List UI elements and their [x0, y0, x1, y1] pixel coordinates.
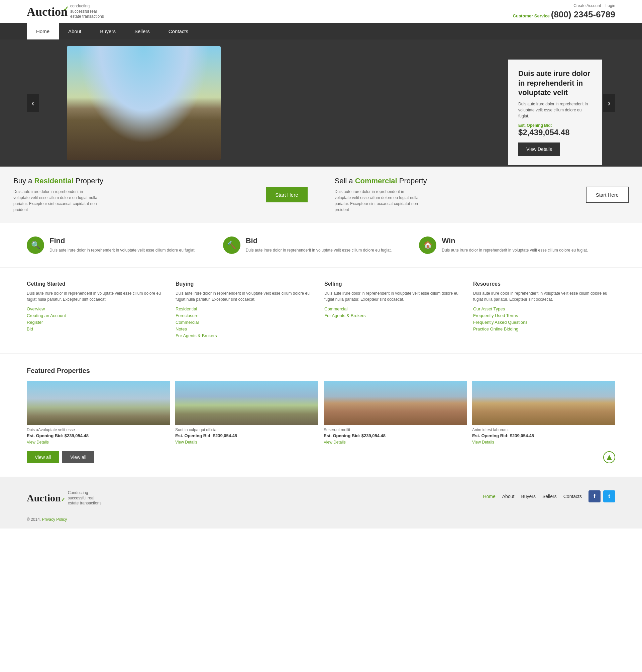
feature-bid: 🔨 Bid Duis aute irure dolor in reprehend…: [223, 237, 419, 254]
logo: Auction✓: [27, 5, 67, 19]
footer-nav: Home About Buyers Sellers Contacts f t: [483, 490, 615, 503]
login-link[interactable]: Login: [605, 3, 615, 8]
property-3-link[interactable]: View Details: [324, 440, 346, 445]
footer-logo: Auction✓ Conducting successful real esta…: [27, 490, 105, 506]
link-bid[interactable]: Bid: [27, 327, 169, 331]
view-all-green-button[interactable]: View all: [27, 451, 59, 463]
feature-find-desc: Duis aute irure dolor in reprehenderit i…: [50, 247, 196, 253]
property-card-1: Duis aAvoluptate velit esse Est. Opening…: [27, 381, 170, 445]
footer-copyright: © 2014.: [27, 517, 41, 522]
link-agents-brokers-buy[interactable]: For Agents & Brokers: [176, 333, 318, 338]
info-col-resources-desc: Duis aute irure dolor in reprehenderit i…: [473, 290, 615, 302]
property-2-link[interactable]: View Details: [175, 440, 197, 445]
scroll-top-button[interactable]: ▲: [603, 451, 615, 463]
property-card-2: Sunt in culpa qui officia Est. Opening B…: [175, 381, 318, 445]
property-3-bid: Est. Opening Bid: $239,054.48: [324, 433, 467, 438]
property-3-desc: Seserunt mollit: [324, 428, 467, 432]
property-image-4: [472, 381, 615, 425]
link-faq[interactable]: Frequently Asked Questions: [473, 320, 615, 325]
property-1-desc: Duis aAvoluptate velit esse: [27, 428, 170, 432]
view-all-dark-button[interactable]: View all: [62, 451, 94, 463]
property-card-3: Seserunt mollit Est. Opening Bid: $239,0…: [324, 381, 467, 445]
feature-win-title: Win: [442, 237, 588, 245]
feature-win: 🏠 Win Duis aute irure dolor in reprehend…: [419, 237, 615, 254]
customer-service: Customer Service (800) 2345-6789: [513, 9, 615, 20]
featured-title: Featured Properties: [27, 367, 615, 375]
link-residential[interactable]: Residential: [176, 306, 318, 312]
hero-house-image: [67, 46, 221, 160]
cta-band-sell: Sell a Commercial Property Duis aute iru…: [321, 167, 642, 223]
nav-item-home[interactable]: Home: [27, 23, 59, 39]
info-col-getting-started: Getting Started Duis aute irure dolor in…: [27, 281, 169, 340]
featured-section: Featured Properties Duis aAvoluptate vel…: [0, 354, 642, 477]
footer-main: Auction✓ Conducting successful real esta…: [27, 490, 615, 506]
info-col-gs-desc: Duis aute irure dolor in reprehenderit i…: [27, 290, 169, 302]
nav-item-contacts[interactable]: Contacts: [159, 23, 197, 39]
property-image-1: [27, 381, 170, 425]
link-asset-types[interactable]: Our Asset Types: [473, 306, 615, 312]
cta-buy-button[interactable]: Start Here: [266, 187, 307, 202]
footer-nav-about[interactable]: About: [502, 494, 515, 499]
nav-item-buyers[interactable]: Buyers: [91, 23, 125, 39]
link-commercial-sell[interactable]: Commercial: [324, 306, 466, 312]
view-all-buttons: View all View all: [27, 451, 94, 463]
cta-buy-description: Duis aute irure dolor in reprehenderit i…: [13, 189, 100, 213]
property-1-link[interactable]: View Details: [27, 440, 49, 445]
cta-buy-title: Buy a Residential Property: [13, 177, 103, 185]
feature-find-title: Find: [50, 237, 196, 245]
link-foreclosure[interactable]: Foreclosure: [176, 313, 318, 318]
feature-find-content: Find Duis aute irure dolor in reprehende…: [50, 237, 196, 253]
property-4-link[interactable]: View Details: [472, 440, 494, 445]
link-commercial-buy[interactable]: Commercial: [176, 320, 318, 325]
property-1-bid: Est. Opening Bid: $239,054.48: [27, 433, 170, 438]
link-used-terms[interactable]: Frequently Used Terms: [473, 313, 615, 318]
top-right: Create Account Login Customer Service (8…: [513, 3, 615, 20]
hero-bid-amount: $2,439,054.48: [518, 128, 592, 137]
nav-item-about[interactable]: About: [59, 23, 91, 39]
logo-check-icon: ✓: [63, 5, 69, 13]
create-account-link[interactable]: Create Account: [574, 3, 601, 8]
bid-icon: 🔨: [223, 237, 241, 254]
hero-next-arrow[interactable]: ›: [603, 94, 615, 112]
footer-nav-home[interactable]: Home: [483, 494, 495, 499]
twitter-button[interactable]: t: [603, 490, 615, 503]
info-col-selling: Selling Duis aute irure dolor in reprehe…: [324, 281, 466, 340]
footer-logo-text: Auction✓: [27, 492, 65, 504]
cta-sell-button[interactable]: Start Here: [586, 187, 629, 203]
logo-text-main: Auction: [27, 5, 67, 18]
nav-bar: Home About Buyers Sellers Contacts: [0, 23, 642, 39]
link-notes[interactable]: Notes: [176, 327, 318, 331]
feature-bid-desc: Duis aute irure dolor in reprehenderit i…: [246, 247, 392, 253]
cs-phone: (800) 2345-6789: [551, 9, 615, 20]
property-4-desc: Anim id est laborum.: [472, 428, 615, 432]
info-links-section: Getting Started Duis aute irure dolor in…: [0, 268, 642, 354]
feature-find: 🔍 Find Duis aute irure dolor in reprehen…: [27, 237, 223, 254]
link-creating-account[interactable]: Creating an Account: [27, 313, 169, 318]
link-practice-bidding[interactable]: Practice Online Bidding: [473, 327, 615, 331]
property-2-desc: Sunt in culpa qui officia: [175, 428, 318, 432]
hero-house-img: [67, 46, 221, 160]
cta-band-buy-text: Buy a Residential Property Duis aute iru…: [13, 177, 103, 213]
hero-slider: Duis aute irure dolor in reprehenderit i…: [0, 39, 642, 167]
footer: Auction✓ Conducting successful real esta…: [0, 477, 642, 529]
logo-area: Auction✓ conducting successful real esta…: [27, 4, 107, 20]
link-register[interactable]: Register: [27, 320, 169, 325]
property-2-bid: Est. Opening Bid: $239,054.48: [175, 433, 318, 438]
footer-nav-sellers[interactable]: Sellers: [542, 494, 557, 499]
property-image-3: [324, 381, 467, 425]
footer-social: f t: [589, 490, 615, 503]
hero-title: Duis aute irure dolor in reprehenderit i…: [518, 69, 592, 98]
hero-view-details-button[interactable]: View Details: [518, 142, 560, 156]
facebook-button[interactable]: f: [589, 490, 601, 503]
hero-prev-arrow[interactable]: ‹: [27, 94, 39, 112]
cta-band-buy: Buy a Residential Property Duis aute iru…: [0, 167, 321, 223]
nav-item-sellers[interactable]: Sellers: [125, 23, 159, 39]
link-agents-brokers-sell[interactable]: For Agents & Brokers: [324, 313, 466, 318]
privacy-policy-link[interactable]: Privacy Policy: [42, 517, 67, 522]
info-col-selling-title: Selling: [324, 281, 466, 287]
footer-nav-buyers[interactable]: Buyers: [521, 494, 536, 499]
hero-description: Duis aute irure dolor in reprehenderit i…: [518, 101, 592, 119]
cta-buy-highlight: Residential: [34, 177, 73, 185]
link-overview[interactable]: Overview: [27, 306, 169, 312]
footer-nav-contacts[interactable]: Contacts: [563, 494, 582, 499]
